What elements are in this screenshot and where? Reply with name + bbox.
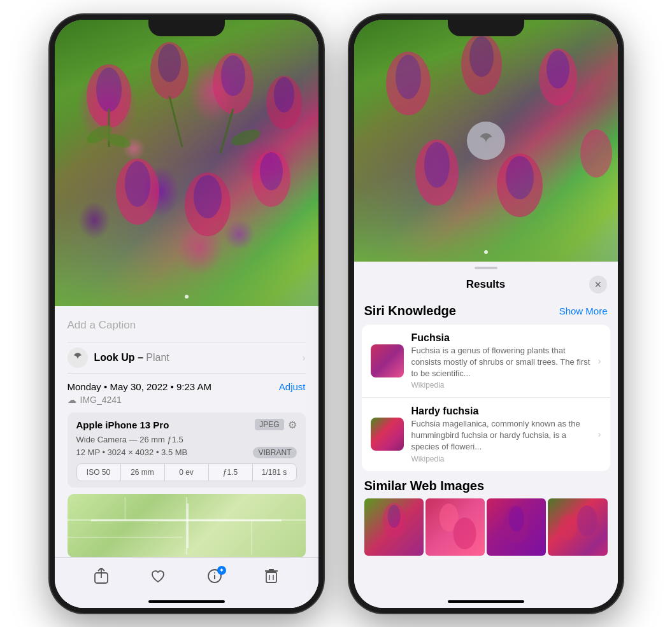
visual-search-button[interactable] bbox=[467, 122, 505, 160]
left-phone: Add a Caption Look Up – Plant › Mond bbox=[50, 15, 324, 613]
fuchsia-content: Fuchsia Fuchsia is a genus of flowering … bbox=[411, 332, 590, 390]
exif-aperture: ƒ1.5 bbox=[209, 464, 253, 481]
svg-point-47 bbox=[453, 518, 476, 549]
device-card: Apple iPhone 13 Pro JPEG ⚙ Wide Camera —… bbox=[68, 412, 306, 488]
svg-point-42 bbox=[506, 156, 534, 199]
show-more-button[interactable]: Show More bbox=[559, 306, 608, 316]
svg-point-1 bbox=[96, 67, 122, 112]
camera-detail: Wide Camera — 26 mm ƒ1.5 bbox=[76, 435, 297, 444]
svg-point-5 bbox=[221, 55, 245, 96]
svg-point-11 bbox=[194, 175, 222, 218]
svg-point-51 bbox=[577, 505, 597, 536]
svg-point-49 bbox=[509, 506, 524, 532]
page-dot bbox=[185, 295, 189, 299]
lookup-chevron-icon: › bbox=[303, 353, 306, 363]
similar-image-3[interactable] bbox=[487, 498, 546, 556]
photo-right bbox=[354, 20, 618, 262]
right-phone: Results ✕ Siri Knowledge Show More bbox=[349, 15, 623, 613]
lookup-row[interactable]: Look Up – Plant › bbox=[68, 342, 306, 374]
close-button[interactable]: ✕ bbox=[589, 276, 607, 293]
siri-knowledge-header: Siri Knowledge Show More bbox=[354, 300, 618, 322]
exif-focal: 26 mm bbox=[121, 464, 165, 481]
vibrant-badge: VIBRANT bbox=[253, 447, 296, 458]
device-name: Apple iPhone 13 Pro bbox=[76, 419, 169, 430]
similar-image-2[interactable] bbox=[425, 498, 485, 556]
similar-image-4[interactable] bbox=[548, 498, 607, 556]
filename: IMG_4241 bbox=[80, 395, 122, 405]
svg-point-45 bbox=[387, 505, 400, 528]
svg-point-9 bbox=[125, 161, 150, 207]
share-button[interactable] bbox=[94, 568, 108, 588]
page-indicator bbox=[484, 250, 488, 254]
caption-placeholder[interactable]: Add a Caption bbox=[68, 314, 306, 342]
photo-date: Monday • May 30, 2022 • 9:23 AM bbox=[68, 381, 211, 392]
home-indicator bbox=[148, 600, 225, 603]
svg-line-15 bbox=[169, 96, 182, 147]
adjust-button[interactable]: Adjust bbox=[279, 381, 306, 392]
hardy-title: Hardy fuchsia bbox=[411, 405, 590, 417]
favorite-button[interactable] bbox=[150, 569, 166, 587]
gear-icon: ⚙ bbox=[288, 419, 297, 431]
svg-point-36 bbox=[469, 36, 494, 77]
home-indicator-right bbox=[448, 600, 524, 603]
siri-knowledge-title: Siri Knowledge bbox=[364, 304, 456, 318]
fuchsia-source: Wikipedia bbox=[411, 381, 590, 390]
visual-lookup-icon bbox=[68, 348, 88, 368]
svg-point-7 bbox=[274, 77, 294, 113]
svg-point-29 bbox=[214, 572, 215, 574]
svg-point-43 bbox=[580, 129, 612, 178]
mp-info: 12 MP • 3024 × 4032 • 3.5 MB bbox=[76, 447, 188, 457]
svg-point-50 bbox=[559, 514, 577, 540]
info-button[interactable]: ✦ bbox=[207, 568, 222, 588]
fuchsia-title: Fuchsia bbox=[411, 332, 590, 344]
svg-point-34 bbox=[396, 55, 421, 99]
photo-left bbox=[55, 20, 318, 306]
svg-point-3 bbox=[158, 44, 181, 82]
similar-images-grid bbox=[364, 498, 608, 556]
lookup-label: Look Up – Plant bbox=[94, 352, 169, 363]
info-badge: ✦ bbox=[217, 566, 226, 575]
svg-point-40 bbox=[424, 142, 450, 188]
sheet-title: Results bbox=[466, 278, 505, 291]
similar-title: Similar Web Images bbox=[364, 479, 608, 493]
exif-shutter: 1/181 s bbox=[253, 464, 296, 481]
fuchsia-thumb bbox=[371, 344, 404, 377]
svg-point-38 bbox=[547, 50, 569, 88]
similar-section: Similar Web Images bbox=[354, 474, 618, 561]
svg-rect-30 bbox=[266, 572, 276, 582]
file-row: ☁ IMG_4241 bbox=[68, 395, 306, 405]
knowledge-item-hardy[interactable]: Hardy fuchsia Fuchsia magellanica, commo… bbox=[362, 398, 610, 471]
svg-point-13 bbox=[260, 152, 283, 190]
map-preview[interactable] bbox=[68, 494, 306, 558]
hardy-source: Wikipedia bbox=[411, 454, 590, 463]
exif-ev: 0 ev bbox=[165, 464, 209, 481]
hardy-thumb bbox=[371, 418, 404, 451]
jpeg-badge: JPEG bbox=[255, 419, 283, 430]
hardy-content: Hardy fuchsia Fuchsia magellanica, commo… bbox=[411, 405, 590, 463]
delete-button[interactable] bbox=[264, 568, 278, 588]
sheet-header: Results ✕ bbox=[354, 269, 618, 300]
knowledge-item-fuchsia[interactable]: Fuchsia Fuchsia is a genus of flowering … bbox=[362, 325, 610, 398]
fuchsia-chevron-icon: › bbox=[598, 356, 601, 366]
exif-iso: ISO 50 bbox=[77, 464, 121, 481]
fuchsia-desc: Fuchsia is a genus of flowering plants t… bbox=[411, 345, 590, 380]
results-sheet: Results ✕ Siri Knowledge Show More bbox=[354, 262, 618, 608]
similar-image-1[interactable] bbox=[364, 498, 424, 556]
hardy-chevron-icon: › bbox=[598, 429, 601, 439]
svg-point-19 bbox=[229, 126, 262, 148]
svg-line-16 bbox=[220, 109, 233, 153]
exif-row: ISO 50 26 mm 0 ev ƒ1.5 1/181 s bbox=[76, 463, 297, 481]
knowledge-card: Fuchsia Fuchsia is a genus of flowering … bbox=[362, 325, 610, 471]
cloud-icon: ☁ bbox=[68, 395, 76, 405]
hardy-desc: Fuchsia magellanica, commonly known as t… bbox=[411, 418, 590, 453]
